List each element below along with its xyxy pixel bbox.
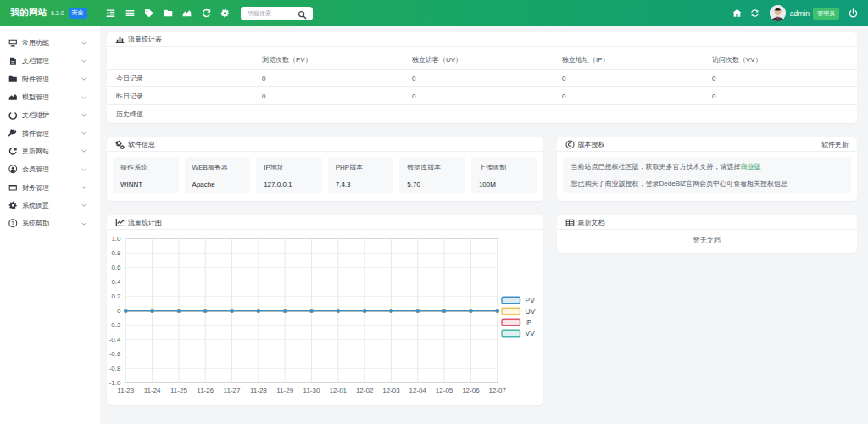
- list-menu-button[interactable]: [120, 0, 140, 26]
- sidebar-item-attachment-management[interactable]: 附件管理: [0, 70, 100, 88]
- settings-button[interactable]: [216, 0, 236, 26]
- safe-badge[interactable]: 安全: [69, 8, 87, 19]
- stats-value: 0: [707, 70, 857, 87]
- refresh-icon: [8, 147, 18, 156]
- traffic-chart-card: 流量统计图 1.00.80.60.40.20-0.2-0.4-0.6-0.8-1…: [107, 215, 543, 405]
- legend-label-PV[interactable]: PV: [526, 296, 536, 304]
- stats-value: 0: [707, 87, 857, 105]
- sidebar-item-system-help[interactable]: ?系统帮助: [0, 215, 100, 232]
- software-info-box: 上传限制100M: [471, 157, 537, 193]
- legend-label-IP[interactable]: IP: [526, 318, 532, 326]
- series-marker: [124, 309, 128, 313]
- stats-row-label: 昨日记录: [107, 87, 257, 105]
- stats-value: 0: [407, 87, 557, 105]
- stats-row-label: 今日记录: [107, 70, 257, 87]
- stats-value: 0: [407, 70, 557, 87]
- logout-button[interactable]: [844, 0, 862, 26]
- stats-value: [557, 105, 707, 123]
- sidebar-item-model-management[interactable]: 模型管理: [0, 88, 100, 106]
- sidebar-item-label: 系统帮助: [22, 219, 49, 228]
- chevron-down-icon: [79, 75, 88, 84]
- stats-row: 今日记录0000: [107, 70, 857, 87]
- x-tick-label: 11-29: [276, 387, 293, 394]
- stats-row: 历史峰值: [107, 105, 857, 123]
- sidebar-item-common-functions[interactable]: 常用功能: [0, 34, 100, 52]
- search-input[interactable]: [241, 10, 295, 16]
- software-info-value: WINNT: [120, 176, 171, 193]
- y-tick-label: -0.6: [109, 350, 121, 358]
- sidebar-item-finance-management[interactable]: 财务管理: [0, 178, 100, 196]
- stats-value: 0: [257, 87, 407, 105]
- stats-col-empty: [107, 47, 257, 70]
- x-tick-label: 11-24: [144, 387, 161, 394]
- series-marker: [415, 309, 420, 313]
- series-marker: [495, 309, 499, 313]
- series-marker: [337, 309, 341, 313]
- search-icon[interactable]: [298, 10, 307, 20]
- legend-swatch-IP: [502, 319, 520, 326]
- refresh-icon: [202, 8, 211, 18]
- x-tick-label: 11-28: [250, 387, 267, 394]
- stats-button[interactable]: [178, 0, 198, 26]
- chevron-down-icon: [79, 129, 88, 138]
- refresh-button[interactable]: [746, 0, 764, 26]
- files-button[interactable]: [159, 0, 178, 26]
- software-info-value: 5.70: [407, 176, 458, 193]
- traffic-chart: 1.00.80.60.40.20-0.2-0.4-0.6-0.8-1.011-2…: [107, 230, 543, 405]
- circle-notch-icon: [8, 110, 18, 120]
- software-info-value: 100M: [479, 176, 530, 193]
- sidebar-item-plugin-management[interactable]: 插件管理: [0, 124, 100, 142]
- sidebar-item-label: 文档管理: [22, 56, 49, 65]
- topbar-shortcuts: [102, 0, 236, 26]
- avatar[interactable]: [770, 5, 786, 21]
- series-marker: [230, 309, 234, 313]
- traffic-stats-header: 流量统计表: [107, 32, 857, 47]
- x-tick-label: 12-02: [356, 387, 374, 394]
- software-update-link[interactable]: 软件更新: [821, 140, 849, 149]
- software-info-label: IP地址: [264, 159, 314, 176]
- commercial-link[interactable]: 商业版: [741, 163, 761, 170]
- traffic-stats-card: 流量统计表 浏览次数（PV）独立访客（UV）独立地址（IP）访问次数（VV） 今…: [107, 32, 857, 123]
- list-icon: [125, 8, 135, 18]
- legend-label-UV[interactable]: UV: [526, 307, 536, 315]
- chevron-down-icon: [79, 147, 88, 156]
- update-button[interactable]: [197, 0, 216, 26]
- sidebar-toggle-button[interactable]: [102, 0, 121, 26]
- x-tick-label: 12-05: [436, 387, 453, 394]
- sidebar-item-member-management[interactable]: 会员管理: [0, 160, 100, 178]
- sidebar: 常用功能文档管理附件管理模型管理文档维护插件管理更新网站会员管理财务管理系统设置…: [0, 26, 100, 424]
- chevron-down-icon: [79, 56, 88, 65]
- software-info-title: 软件信息: [128, 140, 155, 149]
- version-label: 6.3.0: [51, 10, 64, 16]
- y-tick-label: 1.0: [111, 235, 121, 243]
- chevron-down-icon: [79, 183, 88, 192]
- x-tick-label: 11-27: [224, 387, 241, 394]
- power-icon: [849, 8, 858, 18]
- y-tick-label: -0.8: [109, 365, 121, 372]
- legend-swatch-UV: [502, 308, 520, 315]
- legend-swatch-PV: [502, 297, 520, 304]
- software-info-box: 操作系统WINNT: [113, 157, 179, 193]
- x-tick-label: 11-25: [170, 387, 187, 394]
- sidebar-item-update-site[interactable]: 更新网站: [0, 142, 100, 160]
- legend-label-VV[interactable]: VV: [526, 329, 536, 338]
- stats-col-header: 独立地址（IP）: [557, 47, 707, 70]
- tags-button[interactable]: [140, 0, 159, 26]
- x-tick-label: 12-04: [409, 387, 427, 394]
- latest-docs-empty: 暂无文档: [557, 230, 858, 253]
- home-button[interactable]: [728, 0, 746, 26]
- outdent-icon: [106, 8, 115, 18]
- software-info-box: PHP版本7.4.3: [328, 157, 394, 193]
- refresh-icon: [750, 8, 760, 18]
- sidebar-item-label: 财务管理: [22, 183, 49, 192]
- license-title: 版本授权: [578, 140, 605, 149]
- sidebar-item-document-management[interactable]: 文档管理: [0, 52, 100, 70]
- sidebar-item-label: 插件管理: [22, 129, 49, 138]
- stats-col-header: 浏览次数（PV）: [257, 47, 407, 70]
- chevron-down-icon: [79, 165, 88, 174]
- username[interactable]: admin: [790, 9, 810, 18]
- sidebar-item-document-maintenance[interactable]: 文档维护: [0, 106, 100, 124]
- sidebar-item-label: 模型管理: [22, 92, 49, 102]
- sidebar-item-system-settings[interactable]: 系统设置: [0, 197, 100, 215]
- chart-area-icon: [8, 92, 18, 102]
